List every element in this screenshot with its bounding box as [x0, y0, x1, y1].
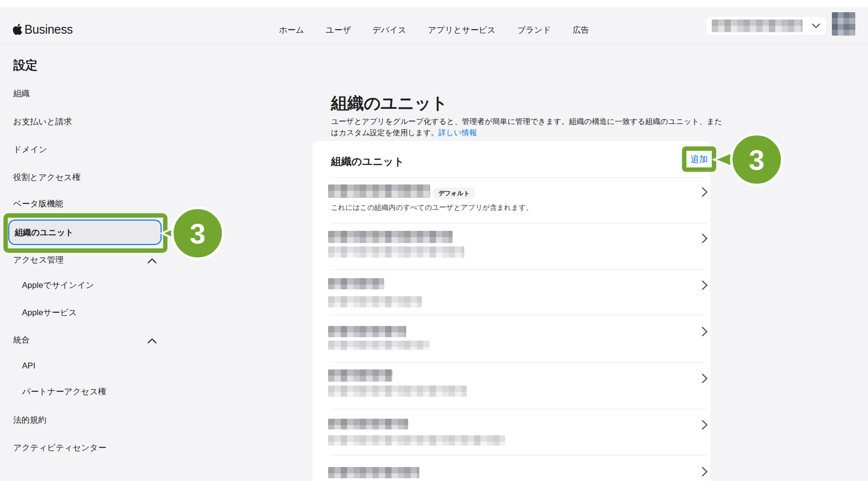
svg-text:3: 3 [190, 218, 206, 249]
sidebar-item[interactable]: 役割とアクセス権 [13, 171, 81, 183]
sidebar-item-label: お支払いと請求 [13, 116, 72, 127]
chevron-right-icon[interactable] [702, 326, 708, 337]
sidebar-item-label: API [22, 361, 35, 371]
sidebar-item-label: 法的規約 [13, 414, 46, 426]
organization-selector[interactable] [705, 16, 827, 36]
row-divider [331, 315, 707, 315]
org-unit-detail-redacted [328, 296, 422, 307]
sidebar-item-label: パートナーアクセス権 [22, 386, 106, 397]
nav-item[interactable]: 広告 [573, 24, 589, 36]
sidebar-item[interactable]: アクセス管理 [13, 254, 64, 265]
org-unit-description: これにはこの組織内のすべてのユーザとアプリが含まれます。 [331, 203, 533, 212]
row-divider [331, 362, 707, 363]
sidebar-item-label: アクティビティセンター [13, 442, 106, 453]
nav-item[interactable]: ユーザ [326, 24, 351, 36]
annotation-step-3-sidebar: 3 [156, 202, 237, 265]
org-unit-name-redacted [328, 419, 408, 429]
sidebar-item[interactable]: 法的規約 [13, 414, 46, 426]
org-unit-name-redacted [328, 184, 430, 198]
chevron-right-icon[interactable] [702, 420, 708, 430]
svg-text:3: 3 [749, 144, 765, 176]
org-unit-name-redacted [328, 231, 453, 243]
default-badge: デフォルト [433, 187, 475, 199]
page-description-text: ユーザとアプリをグループ化すると、管理者が簡単に管理できます。組織の構造に一致す… [331, 117, 722, 137]
sidebar-item[interactable]: Appleでサインイン [22, 279, 94, 291]
org-unit-name-redacted [328, 467, 419, 478]
sidebar-selected-highlight-box: 組織のユニット [3, 213, 167, 253]
org-unit-detail-redacted [328, 435, 505, 446]
nav-item[interactable]: アプリとサービス [428, 24, 496, 36]
sidebar-item[interactable]: API [22, 360, 35, 372]
chevron-right-icon[interactable] [702, 233, 708, 244]
nav-item[interactable]: ホーム [279, 24, 304, 36]
sidebar-item[interactable]: 組織 [13, 87, 30, 99]
card-header-divider [331, 177, 707, 178]
row-divider [331, 269, 707, 270]
user-avatar[interactable] [832, 12, 855, 36]
chevron-right-icon[interactable] [702, 187, 708, 197]
sidebar-item-label: ドメイン [13, 144, 47, 155]
nav-item[interactable]: デバイス [372, 24, 407, 36]
sidebar-item[interactable]: ベータ版機能 [13, 198, 63, 209]
page-description: ユーザとアプリをグループ化すると、管理者が簡単に管理できます。組織の構造に一致す… [331, 116, 723, 138]
sidebar-item-label: Appleでサインイン [22, 280, 94, 291]
sidebar-item[interactable]: アクティビティセンター [13, 442, 106, 453]
sidebar-item-label: 組織のユニット [15, 227, 74, 238]
sidebar-item-label: 統合 [13, 334, 30, 346]
sidebar-item[interactable]: お支払いと請求 [13, 116, 72, 127]
chevron-right-icon[interactable] [702, 467, 708, 477]
add-button-highlight-box: 追加 [682, 146, 716, 172]
sidebar-item[interactable]: ドメイン [13, 143, 47, 155]
org-unit-name-redacted [328, 326, 406, 337]
sidebar-item-org-units-selected[interactable]: 組織のユニット [8, 220, 162, 245]
chevron-down-icon [812, 23, 820, 28]
sidebar-item[interactable]: パートナーアクセス権 [22, 386, 106, 397]
chevron-up-icon[interactable] [147, 257, 157, 262]
org-unit-name-redacted [328, 369, 393, 382]
org-unit-detail-redacted [328, 341, 430, 350]
add-button[interactable]: 追加 [690, 153, 708, 165]
learn-more-link[interactable]: 詳しい情報 [438, 128, 476, 137]
browser-top-margin [0, 0, 868, 7]
chevron-up-icon[interactable] [147, 337, 157, 342]
nav-item[interactable]: ブランド [517, 24, 551, 36]
organization-name-redacted [712, 20, 803, 32]
sidebar-heading: 設定 [13, 57, 38, 73]
sidebar-item-label: ベータ版機能 [13, 198, 63, 209]
org-unit-detail-redacted [328, 246, 464, 258]
browser-bottom-margin [0, 481, 868, 488]
row-divider [331, 223, 707, 224]
sidebar-item-label: 組織 [13, 88, 30, 99]
apple-business-manager-page: Business ホームユーザデバイスアプリとサービスブランド広告 設定 組織お… [0, 0, 868, 488]
chevron-right-icon[interactable] [702, 280, 708, 290]
card-title: 組織のユニット [331, 155, 404, 168]
sidebar-item-label: 役割とアクセス権 [13, 172, 81, 183]
sidebar-item-label: アクセス管理 [13, 254, 64, 265]
annotation-step-3-add: 3 [710, 128, 791, 192]
chevron-right-icon[interactable] [702, 373, 708, 384]
sidebar-item[interactable]: Appleサービス [22, 306, 77, 318]
row-divider [331, 455, 707, 455]
sidebar-item-label: Appleサービス [22, 307, 77, 318]
page-title: 組織のユニット [331, 92, 448, 115]
row-divider [331, 409, 707, 409]
org-unit-detail-redacted [328, 386, 467, 397]
sidebar-item[interactable]: 統合 [13, 334, 30, 346]
org-unit-name-redacted [328, 278, 384, 289]
